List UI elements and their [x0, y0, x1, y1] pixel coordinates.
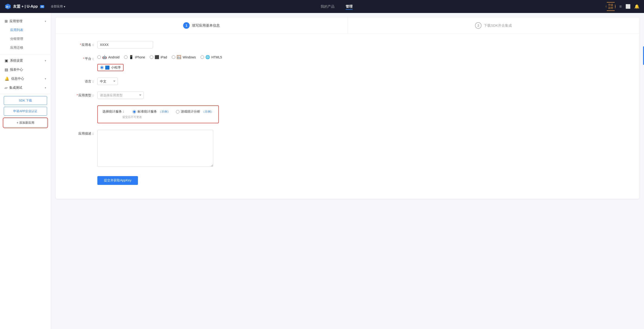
- desc-textarea[interactable]: [97, 130, 213, 167]
- all-apps-selector[interactable]: 全部应用 ▾: [49, 3, 67, 9]
- sidebar-item-app-migration[interactable]: 应用迁移: [0, 43, 51, 52]
- desc-row: 应用描述：: [70, 130, 626, 168]
- stats-service-options-row: 选择统计服务： 标准统计服务 （示例） 游戏统计分析 （示例）: [102, 110, 214, 114]
- stats-note: 提交后不可更改: [122, 115, 214, 119]
- ai-badge: AI: [40, 5, 44, 8]
- sidebar-item-group-management[interactable]: 分组管理: [0, 34, 51, 43]
- scroll-hint: [643, 46, 644, 65]
- sidebar-item-integration-test[interactable]: ▱ 集成测试 ▾: [0, 83, 51, 92]
- top-nav: 友+ 友盟 + | U-App AI 全部应用 ▾ 我的产品 管理 升级 说明 …: [0, 0, 644, 13]
- upgrade-line1: 升级: [608, 3, 613, 6]
- platform-control: 🤖 Android 📱 iPhone ⬛ iPa: [97, 55, 236, 71]
- stats-standard-radio[interactable]: [132, 110, 136, 113]
- app-management-section: ⊞ 应用管理 ▾ 应用列表 分组管理 应用迁移: [0, 17, 51, 52]
- desc-control: [97, 130, 236, 168]
- step-1-label: 填写应用基本信息: [192, 23, 220, 28]
- test-chevron-icon: ▾: [45, 86, 46, 89]
- chevron-down-icon: ▾: [64, 5, 65, 8]
- submit-button[interactable]: 提交并获取AppKey: [97, 176, 138, 185]
- submit-label-spacer: [70, 174, 97, 176]
- submit-row: 提交并获取AppKey: [70, 174, 626, 185]
- sdk-download-button[interactable]: SDK 下载: [4, 96, 47, 105]
- lang-control: 中文 English: [97, 78, 236, 85]
- required-star-2: *: [83, 57, 84, 60]
- bell-icon[interactable]: 🔔: [634, 4, 639, 9]
- nav-manage[interactable]: 管理: [346, 3, 352, 10]
- stats-game-radio[interactable]: [176, 110, 180, 113]
- app-name-input[interactable]: [97, 41, 153, 48]
- miniprogram-label: 小程序: [111, 65, 121, 70]
- enterprise-cert-button[interactable]: 申请APP企业认证: [4, 107, 47, 116]
- bell-sidebar-icon: 🔔: [5, 76, 9, 81]
- nav-my-product[interactable]: 我的产品: [320, 3, 334, 10]
- stats-service-title: 选择统计服务：: [102, 110, 125, 114]
- app-type-select[interactable]: 请选择应用类型: [97, 91, 144, 99]
- app-management-label: 应用管理: [10, 19, 22, 23]
- platform-windows[interactable]: 🪟 Windows: [172, 55, 196, 59]
- stats-game-example[interactable]: （示例）: [202, 110, 214, 114]
- html5-label: HTML5: [212, 55, 222, 59]
- steps-header: 1 填写应用基本信息 2 下载SDK并去集成: [56, 17, 639, 33]
- sidebar: ⊞ 应用管理 ▾ 应用列表 分组管理 应用迁移 ▣ 系统设置 ▾ ▤ 报表中心 …: [0, 13, 51, 329]
- settings-chevron-icon: ▾: [45, 59, 46, 62]
- submit-control: 提交并获取AppKey: [97, 174, 236, 185]
- html5-icon: 🌐: [206, 55, 210, 59]
- step-2-num: 2: [475, 22, 482, 29]
- platform-android[interactable]: 🤖 Android: [97, 55, 120, 59]
- iphone-icon: 📱: [129, 55, 134, 59]
- windows-label: Windows: [183, 55, 196, 59]
- stats-standard-example[interactable]: （示例）: [158, 110, 170, 114]
- form-body: *应用名： *平台： 🤖: [56, 33, 639, 199]
- logo-text: 友盟 + | U-App: [13, 4, 38, 9]
- main-content: 1 填写应用基本信息 2 下载SDK并去集成 *应用名：: [51, 13, 644, 329]
- system-settings-label: 系统设置: [10, 59, 23, 63]
- ipad-icon: ⬛: [154, 55, 159, 59]
- stats-service-control: 选择统计服务： 标准统计服务 （示例） 游戏统计分析 （示例）: [97, 105, 236, 123]
- app-name-control: [97, 41, 236, 48]
- platform-android-radio[interactable]: [97, 55, 101, 59]
- stats-standard-label: 标准统计服务: [138, 110, 157, 114]
- sidebar-item-app-list[interactable]: 应用列表: [0, 26, 51, 34]
- add-app-button[interactable]: + 添加新应用: [4, 118, 47, 127]
- stats-standard-option[interactable]: 标准统计服务 （示例）: [132, 110, 170, 114]
- platform-ipad[interactable]: ⬛ iPad: [150, 55, 167, 59]
- app-type-control: 请选择应用类型: [97, 91, 236, 99]
- menu-icon[interactable]: ≡: [619, 4, 622, 9]
- settings-icon: ▣: [5, 58, 8, 63]
- miniprogram-icon: 🟦: [105, 65, 110, 70]
- nav-center: 我的产品 管理: [67, 3, 606, 10]
- platform-ipad-radio[interactable]: [150, 55, 153, 59]
- stats-game-option[interactable]: 游戏统计分析 （示例）: [176, 110, 214, 114]
- window-icon[interactable]: ⬜: [626, 4, 630, 9]
- lang-row: 语言： 中文 English: [70, 78, 626, 85]
- sidebar-item-app-management[interactable]: ⊞ 应用管理 ▾: [0, 17, 51, 26]
- sidebar-item-info-center[interactable]: 🔔 信息中心 ▾: [0, 74, 51, 83]
- sidebar-item-report-center[interactable]: ▤ 报表中心: [0, 65, 51, 74]
- lang-label: 语言：: [70, 78, 97, 84]
- svg-text:友+: 友+: [6, 5, 10, 8]
- platform-windows-radio[interactable]: [172, 55, 175, 59]
- step-1-num: 1: [183, 22, 190, 29]
- main-layout: ⊞ 应用管理 ▾ 应用列表 分组管理 应用迁移 ▣ 系统设置 ▾ ▤ 报表中心 …: [0, 13, 644, 329]
- iphone-label: iPhone: [135, 55, 145, 59]
- sidebar-item-system-settings[interactable]: ▣ 系统设置 ▾: [0, 56, 51, 65]
- upgrade-badge[interactable]: 升级 说明: [606, 2, 616, 11]
- stats-service-row: 选择统计服务： 标准统计服务 （示例） 游戏统计分析 （示例）: [70, 105, 626, 123]
- platform-iphone[interactable]: 📱 iPhone: [124, 55, 145, 59]
- platform-group: 🤖 Android 📱 iPhone ⬛ iPa: [97, 55, 236, 71]
- step-2: 2 下载SDK并去集成: [348, 17, 640, 33]
- upgrade-line2: 说明: [608, 6, 613, 9]
- platform-miniprogram[interactable]: 🟦 小程序: [97, 64, 124, 71]
- platform-iphone-radio[interactable]: [124, 55, 128, 59]
- platform-html5[interactable]: 🌐 HTML5: [200, 55, 222, 59]
- stats-service-box: 选择统计服务： 标准统计服务 （示例） 游戏统计分析 （示例）: [97, 105, 219, 123]
- info-center-label: 信息中心: [11, 77, 24, 81]
- logo-icon: 友+: [5, 3, 11, 10]
- windows-icon: 🪟: [177, 55, 181, 59]
- lang-select[interactable]: 中文 English: [97, 78, 118, 85]
- android-icon: 🤖: [102, 55, 107, 59]
- platform-miniprogram-radio[interactable]: [100, 66, 104, 69]
- grid-icon: ⊞: [5, 19, 8, 23]
- platform-html5-radio[interactable]: [200, 55, 204, 59]
- report-center-label: 报表中心: [10, 68, 23, 72]
